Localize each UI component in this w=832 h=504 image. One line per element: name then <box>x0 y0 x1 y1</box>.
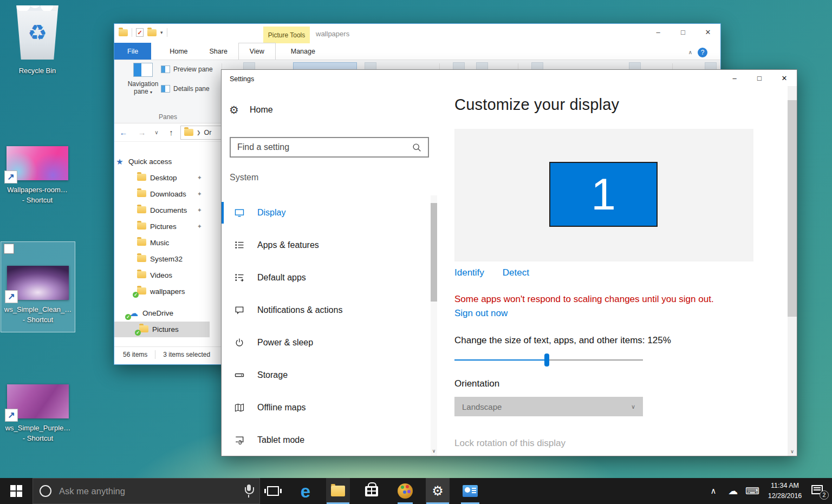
desktop-icon-wallpapers-room-shortcut[interactable]: ↗ Wallpapers-room… - Shortcut <box>1 146 74 206</box>
sidebar-item-display[interactable]: Display <box>222 198 431 228</box>
identify-link[interactable]: Identify <box>454 267 484 278</box>
onedrive-cloud-icon[interactable]: ☁ <box>726 485 740 497</box>
minimize-button[interactable]: – <box>722 70 747 86</box>
gear-icon: ⚙ <box>432 485 444 498</box>
folder-icon <box>137 174 146 181</box>
palette-icon <box>398 483 413 499</box>
new-folder-icon[interactable] <box>147 29 157 36</box>
sidebar-item-default-apps[interactable]: Default apps <box>222 263 431 293</box>
collapse-ribbon-chevron-icon[interactable]: ∧ <box>688 49 692 55</box>
maximize-button[interactable]: □ <box>671 24 696 40</box>
taskbar-app-settings[interactable]: ⚙ <box>426 478 450 504</box>
tree-item-music[interactable]: Music <box>114 235 210 251</box>
desktop-icon-ws-simple-clean-shortcut[interactable]: ↗ ws_Simple_Clean_… - Shortcut <box>1 242 75 332</box>
scroll-down-chevron-icon[interactable]: ∨ <box>788 449 797 454</box>
sidebar-item-apps-features[interactable]: Apps & features <box>222 230 431 260</box>
sidebar-item-home[interactable]: ⚙ Home <box>229 103 273 116</box>
tab-file[interactable]: File <box>114 43 151 60</box>
selection-checkbox[interactable] <box>4 244 14 254</box>
recycle-symbol-icon: ♻ <box>28 22 47 43</box>
task-view-button[interactable] <box>260 478 286 504</box>
sync-check-icon: ✓ <box>125 314 131 320</box>
tab-manage[interactable]: Manage <box>280 43 326 60</box>
tab-view[interactable]: View <box>238 43 276 60</box>
ribbon-tabs: File Home Share View Manage ∧ ? <box>114 43 720 60</box>
tree-item-videos[interactable]: Videos <box>114 267 210 283</box>
tab-share[interactable]: Share <box>199 43 238 60</box>
slider-thumb[interactable] <box>544 354 549 366</box>
picture-tools-contextual-tab[interactable]: Picture Tools <box>263 27 310 43</box>
tree-item-pictures[interactable]: Pictures ✦ <box>114 219 210 234</box>
scrollbar-thumb[interactable] <box>788 100 797 317</box>
close-button[interactable]: ✕ <box>696 24 720 40</box>
storage-icon <box>234 370 245 381</box>
windows-logo-icon <box>10 485 22 497</box>
main-scrollbar[interactable] <box>788 86 797 456</box>
shortcut-arrow-icon: ↗ <box>5 290 18 303</box>
detect-link[interactable]: Detect <box>503 267 529 278</box>
taskbar-app-file-explorer[interactable] <box>326 478 350 504</box>
tree-item-onedrive[interactable]: ☁✓ OneDrive <box>114 305 210 321</box>
tree-item-downloads[interactable]: Downloads ✦ <box>114 186 210 202</box>
sidebar-scrollbar[interactable] <box>431 195 437 456</box>
tree-item-wallpapers[interactable]: ✓ wallpapers <box>114 284 210 299</box>
forward-button[interactable]: → <box>133 128 151 137</box>
explorer-title-bar[interactable]: ✓ ▾ Picture Tools wallpapers – □ ✕ <box>114 24 720 43</box>
folder-icon[interactable] <box>119 29 128 36</box>
sync-check-icon: ✓ <box>133 292 139 298</box>
sidebar-item-notifications-actions[interactable]: Notifications & actions <box>222 295 431 325</box>
touch-keyboard-icon[interactable]: ⌨ <box>745 485 759 497</box>
tree-item-label: Pictures <box>152 325 179 333</box>
gear-icon: ⚙ <box>229 103 239 116</box>
chevron-down-icon: ∨ <box>631 403 635 410</box>
minimize-button[interactable]: – <box>646 24 671 40</box>
breadcrumb[interactable]: Or <box>204 129 212 136</box>
taskbar-app-store[interactable] <box>360 478 384 504</box>
tree-item-desktop[interactable]: Desktop ✦ <box>114 170 210 186</box>
orientation-dropdown[interactable]: Landscape ∨ <box>454 397 643 416</box>
action-center-button[interactable]: 2 <box>810 484 827 498</box>
scroll-down-chevron-icon[interactable]: ∨ <box>431 448 437 454</box>
taskbar-app-blue-chart[interactable] <box>458 478 482 504</box>
taskbar-app-edge[interactable]: e <box>294 478 317 504</box>
scale-slider-label: Change the size of text, apps, and other… <box>454 335 671 346</box>
search-icon[interactable] <box>412 143 421 152</box>
desktop-icon-ws-simple-purple-shortcut[interactable]: ↗ ws_Simple_Purple… - Shortcut <box>1 384 75 444</box>
sidebar-item-tablet-mode[interactable]: Tablet mode <box>222 425 431 455</box>
sign-out-now-link[interactable]: Sign out now <box>454 308 508 319</box>
recent-locations-chevron-icon[interactable]: ∨ <box>151 129 162 135</box>
sidebar-item-offline-maps[interactable]: Offline maps <box>222 392 431 423</box>
desktop-icon-label: Recycle Bin <box>1 66 74 76</box>
monitor-1[interactable]: 1 <box>549 162 658 227</box>
tree-item-system32[interactable]: System32 <box>114 251 210 267</box>
microphone-icon[interactable] <box>244 485 253 498</box>
sidebar-item-storage[interactable]: Storage <box>222 360 431 390</box>
taskbar-clock[interactable]: 11:34 AM 12/28/2016 <box>765 481 805 501</box>
desktop-icon-recycle-bin[interactable]: ♻ Recycle Bin <box>1 5 74 76</box>
navigation-pane-button[interactable]: Navigation pane ▾ <box>126 63 160 95</box>
taskbar-app-paint[interactable] <box>393 478 417 504</box>
up-button[interactable]: ↑ <box>162 128 180 137</box>
close-button[interactable]: ✕ <box>772 70 797 86</box>
scrollbar-thumb[interactable] <box>431 203 437 302</box>
tray-overflow-chevron-icon[interactable]: ∧ <box>706 486 720 496</box>
scale-slider[interactable] <box>454 354 643 366</box>
tree-item-label: Music <box>150 239 169 247</box>
tab-home[interactable]: Home <box>159 43 198 60</box>
taskbar-search-input[interactable]: Ask me anything <box>32 478 260 504</box>
tree-item-quick-access[interactable]: ★ Quick access <box>114 154 210 169</box>
tree-item-documents[interactable]: Documents ✦ <box>114 202 210 218</box>
maximize-button[interactable]: □ <box>747 70 772 86</box>
customize-qat-chevron-icon[interactable]: ▾ <box>160 30 163 35</box>
back-button[interactable]: ← <box>114 128 133 137</box>
tree-item-onedrive-pictures[interactable]: ✓ Pictures <box>114 322 210 337</box>
preview-pane-button[interactable]: Preview pane <box>161 66 213 73</box>
search-input[interactable]: Find a setting <box>230 137 429 158</box>
quick-access-toolbar: ✓ ▾ <box>119 28 167 37</box>
properties-icon[interactable]: ✓ <box>136 28 144 37</box>
details-pane-button[interactable]: Details pane <box>161 85 210 93</box>
sync-check-icon: ✓ <box>135 330 141 336</box>
sidebar-item-power-sleep[interactable]: Power & sleep <box>222 328 431 358</box>
help-icon[interactable]: ? <box>698 48 707 57</box>
start-button[interactable] <box>0 478 32 504</box>
